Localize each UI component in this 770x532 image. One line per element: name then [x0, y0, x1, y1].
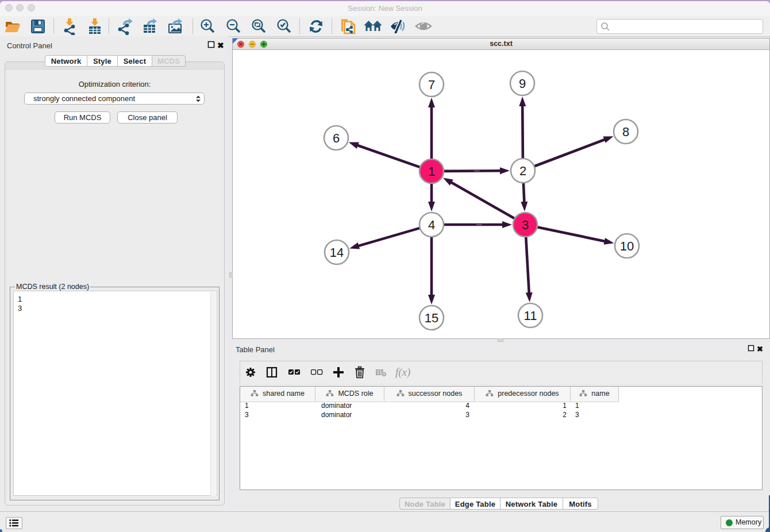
svg-text:1: 1 [428, 164, 435, 179]
svg-text:10: 10 [620, 239, 634, 253]
svg-text:9: 9 [519, 76, 526, 91]
svg-text:8: 8 [622, 125, 629, 139]
svg-text:2: 2 [519, 164, 526, 178]
svg-text:15: 15 [425, 311, 438, 325]
svg-text:6: 6 [333, 131, 340, 145]
svg-text:4: 4 [428, 218, 435, 232]
svg-text:14: 14 [330, 245, 344, 260]
svg-text:7: 7 [428, 78, 435, 92]
svg-text:11: 11 [524, 309, 537, 323]
svg-text:3: 3 [522, 218, 529, 232]
